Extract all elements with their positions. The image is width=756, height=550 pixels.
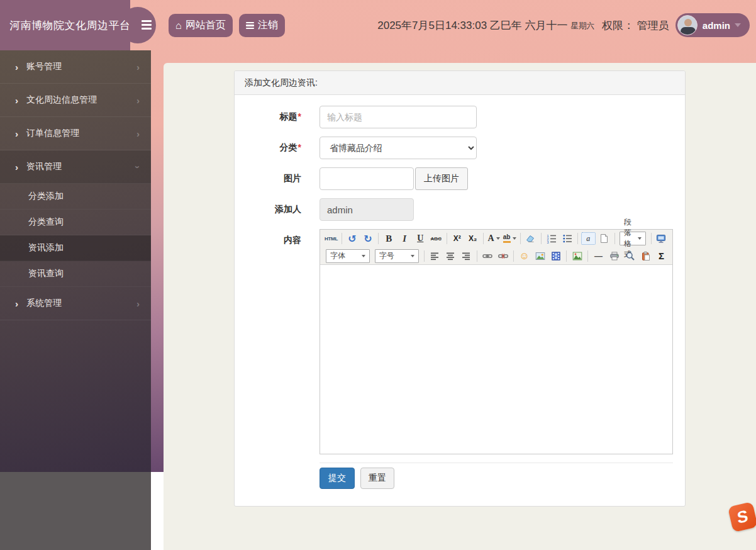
sidebar-item-order-info[interactable]: ›订单信息管理›	[0, 117, 151, 150]
image-icon[interactable]	[533, 249, 547, 263]
card-title: 添加文化周边资讯:	[235, 71, 685, 95]
datetime-text: 2025年7月5日14:33:03 乙巳年 六月十一	[377, 18, 567, 33]
required-marker: *	[298, 142, 301, 152]
sidebar-subitem-news-add[interactable]: 资讯添加	[0, 235, 151, 261]
image-path-input[interactable]	[320, 167, 414, 190]
top-header: 河南博物院文化周边平台 ⌂ 网站首页 注销 2025年7月5日14:33:03 …	[0, 0, 756, 50]
site-home-button[interactable]: ⌂ 网站首页	[169, 14, 233, 37]
logout-button[interactable]: 注销	[239, 14, 285, 37]
sidebar-subitem-category-add[interactable]: 分类添加	[0, 184, 151, 210]
badge-letter: S	[737, 506, 750, 528]
unlink-icon[interactable]	[496, 249, 510, 263]
sidebar-item-label: 系统管理	[26, 298, 62, 309]
sidebar-subitem-label: 资讯查询	[28, 268, 64, 279]
italic-icon[interactable]: I	[397, 232, 412, 246]
paste-icon[interactable]	[638, 249, 653, 263]
sidebar-item-account[interactable]: ›账号管理›	[0, 50, 151, 84]
sidebar-item-culture-info[interactable]: ›文化周边信息管理›	[0, 84, 151, 117]
editor-toolbar-row-1: HTML↺↻BIUABCX²X₂Aab123a段落格式	[320, 230, 672, 247]
sidebar-subitem-category-query[interactable]: 分类查询	[0, 210, 151, 235]
app-title: 河南博物院文化周边平台	[0, 18, 131, 33]
menu-icon	[246, 21, 254, 31]
title-field-row: 标题*	[235, 106, 675, 128]
submit-button[interactable]: 提交	[320, 468, 355, 489]
title-label: 标题*	[235, 106, 301, 128]
chevron-right-icon: ›	[15, 129, 18, 138]
strikethrough-icon[interactable]: ABC	[429, 232, 443, 246]
print-icon[interactable]	[607, 249, 621, 263]
bold-icon[interactable]: B	[382, 232, 396, 246]
sidebar-subitem-label: 资讯添加	[28, 242, 64, 254]
sidebar-subitem-news-query[interactable]: 资讯查询	[0, 261, 151, 287]
sidebar-item-system[interactable]: ›系统管理›	[0, 287, 151, 320]
permission-text: 权限： 管理员	[602, 18, 669, 33]
weekday-text: 星期六	[571, 19, 595, 31]
sidebar: ›账号管理››文化周边信息管理››订单信息管理››资讯管理›分类添加分类查询资讯…	[0, 50, 151, 472]
remove-format-icon[interactable]	[523, 232, 538, 246]
chevron-down-icon	[735, 23, 741, 27]
highlight-color-icon[interactable]: ab	[503, 232, 517, 246]
preview-icon[interactable]	[623, 249, 637, 263]
font-family-select[interactable]: 字体	[326, 249, 370, 263]
link-icon[interactable]	[480, 249, 494, 263]
align-right-icon[interactable]	[459, 249, 474, 263]
sidebar-subitem-label: 分类添加	[28, 191, 64, 202]
image-label: 图片	[235, 167, 301, 190]
title-input[interactable]	[320, 106, 477, 128]
chevron-collapsed-icon: ›	[136, 128, 140, 139]
undo-icon[interactable]: ↺	[345, 232, 359, 246]
unordered-list-icon[interactable]	[560, 232, 574, 246]
font-color-icon[interactable]: A	[487, 232, 501, 246]
sidebar-toggle-icon[interactable]	[142, 20, 152, 31]
image-field-row: 图片 上传图片	[235, 167, 675, 190]
chevron-collapsed-icon: ›	[136, 298, 140, 309]
chevron-collapsed-icon: ›	[136, 95, 140, 106]
svg-text:3: 3	[547, 240, 548, 244]
sidebar-menu: ›账号管理››文化周边信息管理››订单信息管理››资讯管理›分类添加分类查询资讯…	[0, 50, 151, 320]
sidebar-item-news[interactable]: ›资讯管理›	[0, 150, 151, 184]
sidebar-item-label: 订单信息管理	[26, 128, 79, 139]
main-content-panel: 添加文化周边资讯: 标题* 分类* 省博藏品介绍 图片 上传图片	[164, 63, 756, 550]
chevron-collapsed-icon: ›	[136, 62, 140, 72]
editor-toolbar-row-2: 字体字号☺—Σ	[320, 247, 672, 265]
editor-content-area[interactable]	[320, 265, 672, 454]
fullscreen-icon[interactable]	[654, 232, 669, 246]
video-icon[interactable]	[548, 249, 563, 263]
category-select[interactable]: 省博藏品介绍	[320, 137, 477, 159]
reset-button[interactable]: 重置	[360, 468, 394, 489]
toolbar-separator	[513, 250, 514, 262]
underline-icon[interactable]: U	[413, 232, 428, 246]
dropdown-caret-icon	[496, 237, 500, 240]
logout-label: 注销	[258, 19, 278, 32]
dropdown-caret-icon	[362, 255, 365, 257]
horizontal-rule-icon[interactable]: —	[591, 249, 606, 263]
ordered-list-icon[interactable]: 123	[544, 232, 559, 246]
formula-icon[interactable]: Σ	[654, 249, 669, 263]
new-page-icon[interactable]	[597, 232, 611, 246]
html-source-icon[interactable]: HTML	[324, 232, 338, 246]
upload-image-button[interactable]: 上传图片	[415, 167, 468, 190]
dropdown-caret-icon	[638, 237, 642, 240]
home-icon: ⌂	[175, 21, 182, 31]
emoticon-icon[interactable]: ☺	[517, 249, 531, 263]
chevron-right-icon: ›	[15, 62, 18, 72]
user-menu[interactable]: admin	[675, 13, 750, 37]
superscript-icon[interactable]: X²	[450, 232, 464, 246]
dropdown-caret-icon	[513, 237, 516, 240]
sidebar-item-label: 账号管理	[26, 61, 62, 72]
add-news-form-card: 添加文化周边资讯: 标题* 分类* 省博藏品介绍 图片 上传图片	[234, 70, 686, 507]
form-divider	[320, 463, 673, 463]
paragraph-format-select[interactable]: 段落格式	[620, 232, 646, 245]
anchor-icon[interactable]: a	[581, 232, 596, 245]
align-left-icon[interactable]	[428, 249, 442, 263]
media-icon[interactable]	[570, 249, 584, 263]
redo-icon[interactable]: ↻	[360, 232, 375, 246]
toolbar-separator	[566, 250, 567, 262]
toolbar-separator	[477, 250, 477, 262]
category-label: 分类*	[235, 137, 301, 159]
align-center-icon[interactable]	[443, 249, 458, 263]
subscript-icon[interactable]: X₂	[465, 232, 480, 246]
sidebar-footer	[0, 472, 151, 550]
font-size-select[interactable]: 字号	[375, 249, 419, 263]
username-text: admin	[703, 20, 730, 31]
